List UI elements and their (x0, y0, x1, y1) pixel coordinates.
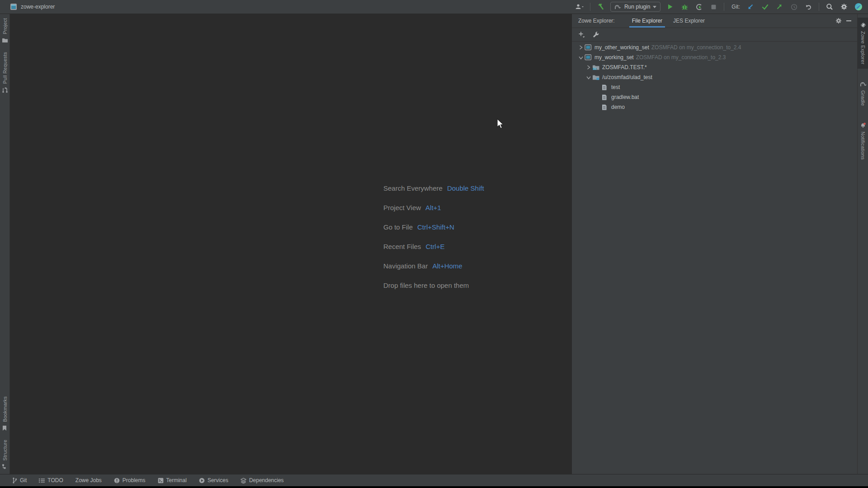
tree-item-detail: ZOSMFAD on my_connection_to_2.3 (636, 54, 726, 61)
chevron-right-icon[interactable] (585, 65, 592, 70)
gradle-elephant-icon (860, 81, 866, 87)
history-clock-icon[interactable] (789, 2, 799, 12)
user-collab-icon[interactable] (575, 2, 585, 12)
stripe-item-notifications[interactable]: Notifications (858, 118, 868, 164)
settings-gear-icon[interactable] (839, 2, 849, 12)
statusbar-label: Dependencies (249, 477, 284, 483)
toolbar-separator (724, 3, 724, 11)
shortcut-action: Go to File (383, 223, 413, 231)
problems-icon (114, 478, 120, 483)
git-branch-icon (12, 477, 17, 483)
shortcut-search-everywhere: Search Everywhere Double Shift (383, 178, 484, 198)
stripe-item-bookmarks[interactable]: Bookmarks (0, 392, 9, 436)
editor-shortcuts-panel: Search Everywhere Double Shift Project V… (383, 178, 484, 295)
search-icon[interactable] (825, 2, 835, 12)
shortcut-keys: Alt+1 (425, 204, 441, 211)
add-plus-icon[interactable] (577, 31, 585, 39)
tree-item-name: /u/zosmfad/ulad_test (602, 74, 652, 80)
statusbar-item-zowe-jobs[interactable]: Zowe Jobs (75, 477, 102, 483)
tree-item-name: my_working_set (594, 54, 634, 61)
stripe-item-zowe-explorer[interactable]: Zowe Explorer (858, 18, 868, 69)
services-icon (199, 478, 205, 483)
tab-file-explorer[interactable]: File Explorer (627, 14, 668, 28)
tree-item-name: ZOSMFAD.TEST.* (602, 64, 647, 70)
shortcut-keys: Double Shift (447, 184, 484, 192)
stripe-label-notifications: Notifications (860, 131, 866, 160)
todo-list-icon (39, 478, 45, 483)
terminal-icon (158, 478, 164, 483)
tree-item-name: my_other_working_set (594, 44, 649, 51)
structure-icon (2, 464, 8, 470)
tree-item-name: demo (611, 104, 625, 110)
chevron-down-icon (653, 6, 656, 8)
statusbar-item-terminal[interactable]: Terminal (158, 477, 187, 483)
run-configuration-label: Run plugin (624, 4, 650, 10)
shortcut-recent-files: Recent Files Ctrl+E (383, 237, 484, 256)
run-configuration-combo[interactable]: Run plugin (610, 2, 660, 12)
zowe-logo-icon (860, 22, 866, 28)
tree-row-working-set[interactable]: my_working_set ZOSMFAD on my_connection_… (572, 52, 857, 62)
stripe-item-structure[interactable]: Structure (0, 436, 9, 474)
git-push-icon[interactable] (774, 2, 784, 12)
stripe-item-pull-requests[interactable]: Pull Requests (0, 48, 9, 97)
stripe-label-project: Project (2, 18, 8, 34)
git-commit-icon[interactable] (760, 2, 770, 12)
stripe-item-project[interactable]: Project (0, 14, 9, 48)
chevron-down-icon[interactable] (585, 75, 592, 80)
statusbar-label: Services (208, 477, 228, 483)
tree-row-file[interactable]: gradlew.bat (572, 92, 857, 102)
tree-row-file[interactable]: demo (572, 102, 857, 112)
debug-bug-icon[interactable] (679, 2, 689, 12)
left-tool-stripe: Project Pull Requests Bookmarks Structur… (0, 14, 10, 474)
chevron-right-icon[interactable] (577, 45, 585, 50)
statusbar-item-services[interactable]: Services (199, 477, 228, 483)
shortcut-keys: Ctrl+E (425, 243, 444, 250)
shortcut-action: Search Everywhere (383, 184, 443, 192)
tree-row-file[interactable]: test (572, 82, 857, 92)
shortcut-keys: Ctrl+Shift+N (417, 223, 454, 231)
profiler-icon[interactable] (694, 2, 704, 12)
build-hammer-icon[interactable] (596, 2, 606, 12)
pull-request-icon (2, 87, 8, 93)
statusbar-item-dependencies[interactable]: Dependencies (241, 477, 284, 483)
toolbar-separator (819, 3, 819, 11)
shortcut-keys: Alt+Home (432, 262, 462, 270)
tree-row-dataset-pattern[interactable]: DS ZOSMFAD.TEST.* (572, 62, 857, 72)
stripe-label-gradle: Gradle (860, 90, 866, 106)
shortcut-action: Project View (383, 204, 421, 211)
status-bar: Git TODO Zowe Jobs Problems Terminal Ser… (0, 474, 868, 486)
undo-icon[interactable] (803, 2, 813, 12)
working-set-icon (585, 44, 592, 51)
gradle-elephant-icon (614, 4, 622, 9)
git-update-icon[interactable] (745, 2, 755, 12)
tool-window-toolbar (572, 28, 857, 42)
zowe-explorer-tool-window: Zowe Explorer: File Explorer JES Explore… (571, 14, 857, 474)
svg-text:DS: DS (593, 68, 596, 70)
run-play-icon[interactable] (665, 2, 675, 12)
working-set-icon (585, 54, 592, 61)
window-bottom-edge (0, 486, 868, 488)
stop-icon[interactable] (708, 2, 718, 12)
main-toolbar: Run plugin Git: (575, 2, 863, 12)
tree-item-detail: ZOSMFAD on my_connection_to_2.4 (651, 44, 741, 51)
statusbar-item-todo[interactable]: TODO (39, 477, 63, 483)
file-explorer-tree: my_other_working_set ZOSMFAD on my_conne… (572, 42, 857, 112)
chevron-down-icon[interactable] (577, 55, 585, 60)
wrench-icon[interactable] (592, 31, 600, 39)
title-bar: zowe-explorer Run plugin Git: (0, 0, 868, 14)
statusbar-item-problems[interactable]: Problems (114, 477, 146, 483)
stripe-item-gradle[interactable]: Gradle (858, 77, 868, 110)
git-toolbar-label: Git: (731, 4, 740, 10)
statusbar-item-git[interactable]: Git (12, 477, 27, 483)
drop-files-hint: Drop files here to open them (383, 276, 484, 295)
tree-row-uss-directory[interactable]: /u/zosmfad/ulad_test (572, 72, 857, 82)
tool-window-gear-icon[interactable] (834, 14, 844, 28)
file-icon (601, 104, 609, 111)
tool-window-minimize-icon[interactable] (844, 14, 854, 28)
tree-row-working-set[interactable]: my_other_working_set ZOSMFAD on my_conne… (572, 42, 857, 52)
profile-avatar-icon[interactable] (854, 2, 863, 12)
tree-item-name: gradlew.bat (611, 94, 639, 100)
tab-jes-explorer[interactable]: JES Explorer (668, 14, 710, 28)
shortcut-action: Navigation Bar (383, 262, 428, 270)
shortcut-go-to-file: Go to File Ctrl+Shift+N (383, 217, 484, 237)
